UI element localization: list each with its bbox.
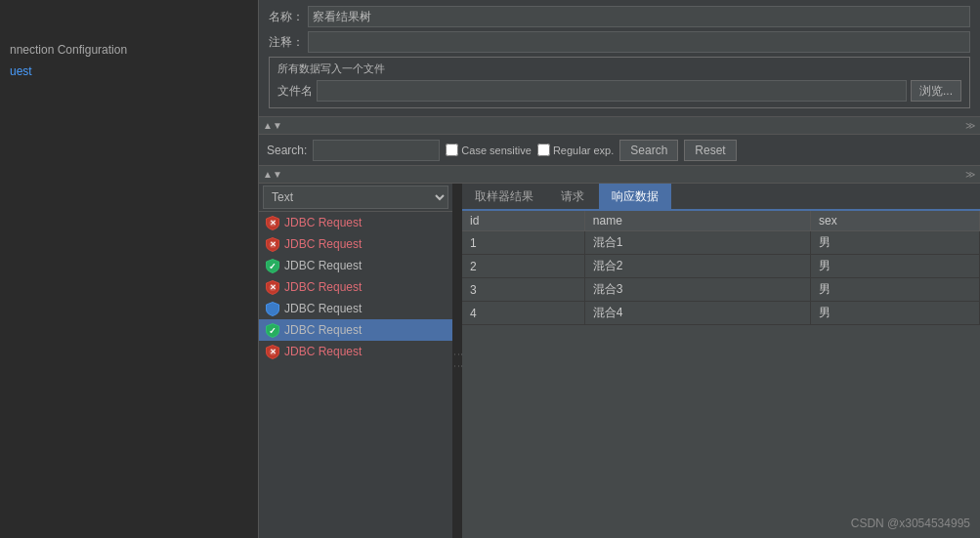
table-header-sex: sex — [810, 211, 979, 231]
svg-text:✕: ✕ — [270, 283, 277, 292]
tree-item-label: JDBC Request — [284, 302, 362, 315]
case-sensitive-checkbox[interactable] — [446, 144, 458, 156]
collapse-arrow-1: ▲▼ — [263, 120, 282, 131]
result-tab-取样器结果[interactable]: 取样器结果 — [462, 184, 546, 209]
name-input[interactable] — [308, 6, 970, 27]
table-row: 1混合1男 — [462, 231, 980, 255]
tree-item-label: JDBC Request — [284, 237, 362, 251]
file-row: 文件名 浏览... — [277, 80, 961, 102]
tree-item[interactable]: ✕ JDBC Request — [259, 276, 452, 298]
file-group: 所有数据写入一个文件 文件名 浏览... — [269, 57, 970, 108]
table-cell: 男 — [810, 231, 979, 255]
svg-text:✕: ✕ — [270, 219, 277, 228]
shield-red-icon: ✕ — [265, 215, 280, 230]
svg-text:✕: ✕ — [270, 348, 277, 356]
tree-panel: Text ✕ JDBC Request ✕ JDBC Request ✓ JDB… — [259, 184, 454, 538]
tree-item[interactable]: ✕ JDBC Request — [259, 212, 452, 233]
result-tab-请求[interactable]: 请求 — [548, 184, 597, 209]
file-input[interactable] — [317, 80, 907, 102]
table-row: 2混合2男 — [462, 255, 980, 278]
collapse-row-2[interactable]: ▲▼ ≫ — [259, 166, 980, 184]
comment-input[interactable] — [308, 31, 970, 53]
tree-item-label: JDBC Request — [284, 345, 362, 358]
table-cell: 男 — [810, 302, 979, 325]
file-group-title: 所有数据写入一个文件 — [277, 62, 961, 76]
shield-red-icon: ✕ — [265, 344, 280, 359]
content-area: Text ✕ JDBC Request ✕ JDBC Request ✓ JDB… — [259, 184, 980, 538]
table-row: 3混合3男 — [462, 278, 980, 302]
shield-none-icon — [265, 301, 280, 316]
comment-row: 注释： — [269, 31, 970, 53]
collapse-row-1[interactable]: ▲▼ ≫ — [259, 117, 980, 135]
data-table: idnamesex1混合1男2混合2男3混合3男4混合4男 — [462, 211, 980, 325]
shield-green-icon: ✓ — [265, 322, 280, 338]
table-cell: 混合3 — [584, 278, 810, 302]
svg-text:✓: ✓ — [269, 261, 277, 270]
tree-item[interactable]: JDBC Request — [259, 298, 452, 319]
regular-exp-label[interactable]: Regular exp. — [537, 144, 614, 156]
shield-green-icon: ✓ — [265, 258, 280, 273]
search-button[interactable]: Search — [619, 140, 678, 161]
result-tabs: 取样器结果请求响应数据 — [462, 184, 980, 211]
svg-text:✓: ✓ — [269, 325, 277, 335]
tree-item-label: JDBC Request — [284, 280, 362, 294]
reset-button[interactable]: Reset — [684, 140, 736, 161]
table-cell: 混合4 — [584, 302, 810, 325]
shield-red-icon: ✕ — [265, 236, 280, 252]
table-cell: 混合2 — [584, 255, 810, 278]
table-cell: 1 — [462, 231, 584, 255]
name-row: 名称： — [269, 6, 970, 27]
case-sensitive-label[interactable]: Case sensitive — [446, 144, 532, 156]
tree-list: ✕ JDBC Request ✕ JDBC Request ✓ JDBC Req… — [259, 212, 452, 538]
tree-item[interactable]: ✕ JDBC Request — [259, 233, 452, 255]
sidebar-item-request[interactable]: uest — [0, 61, 258, 82]
collapse-dots-1: ≫ — [965, 120, 976, 131]
collapse-arrow-2: ▲▼ — [263, 169, 282, 180]
main-panel: 名称： 注释： 所有数据写入一个文件 文件名 浏览... ▲▼ ≫ Search… — [259, 0, 980, 538]
table-header-name: name — [584, 211, 810, 231]
name-label: 名称： — [269, 9, 308, 25]
collapse-dots-2: ≫ — [965, 169, 976, 180]
browse-button[interactable]: 浏览... — [911, 80, 961, 102]
tree-header: Text — [259, 184, 452, 212]
search-input[interactable] — [313, 140, 440, 161]
table-cell: 2 — [462, 255, 584, 278]
tree-item[interactable]: ✓ JDBC Request — [259, 319, 452, 341]
drag-handle-vertical[interactable]: ⋮⋮ — [454, 184, 462, 538]
result-panel: 取样器结果请求响应数据 idnamesex1混合1男2混合2男3混合3男4混合4… — [462, 184, 980, 538]
file-label: 文件名 — [277, 83, 317, 100]
result-table: idnamesex1混合1男2混合2男3混合3男4混合4男 — [462, 211, 980, 538]
svg-text:✕: ✕ — [270, 240, 277, 249]
tree-item-label: JDBC Request — [284, 259, 362, 272]
sidebar-item-connection[interactable]: nnection Configuration — [0, 39, 258, 61]
tree-item-label: JDBC Request — [284, 323, 362, 337]
table-header-id: id — [462, 211, 584, 231]
table-cell: 4 — [462, 302, 584, 325]
table-cell: 3 — [462, 278, 584, 302]
tree-item[interactable]: ✕ JDBC Request — [259, 341, 452, 362]
tree-item-label: JDBC Request — [284, 216, 362, 229]
tree-item[interactable]: ✓ JDBC Request — [259, 255, 452, 276]
table-row: 4混合4男 — [462, 302, 980, 325]
search-row: Search: Case sensitive Regular exp. Sear… — [259, 135, 980, 166]
table-cell: 男 — [810, 278, 979, 302]
shield-red-icon: ✕ — [265, 279, 280, 295]
sidebar: nnection Configuration uest — [0, 0, 259, 538]
search-label: Search: — [267, 144, 307, 157]
regular-exp-checkbox[interactable] — [537, 144, 550, 156]
top-form: 名称： 注释： 所有数据写入一个文件 文件名 浏览... — [259, 0, 980, 117]
table-cell: 男 — [810, 255, 979, 278]
tree-dropdown[interactable]: Text — [263, 186, 448, 209]
table-cell: 混合1 — [584, 231, 810, 255]
result-tab-响应数据[interactable]: 响应数据 — [599, 184, 671, 209]
comment-label: 注释： — [269, 34, 308, 51]
